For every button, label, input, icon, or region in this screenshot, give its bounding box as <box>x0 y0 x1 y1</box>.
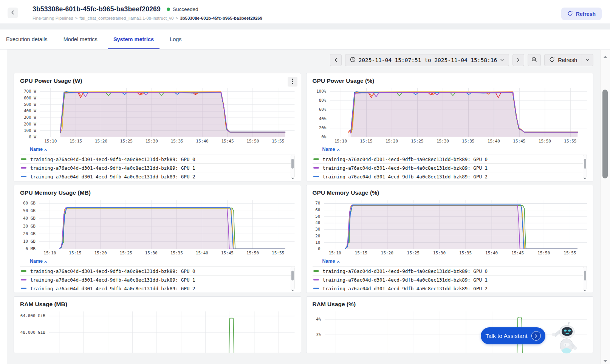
scroll-down-icon[interactable] <box>603 358 608 361</box>
legend-scrollbar[interactable] <box>583 155 587 178</box>
chart-card-ram-mb: RAM Usage (MB) 64.000 GiB48.000 GiB <box>14 296 301 353</box>
tab-logs[interactable]: Logs <box>164 29 187 49</box>
assistant-robot-mascot[interactable]: ai <box>551 322 581 360</box>
chart-title: GPU Memory Usage (%) <box>313 189 587 196</box>
time-range-picker[interactable]: 2025-11-04 15:07:51 to 2025-11-04 15:58:… <box>345 54 509 66</box>
plot-area[interactable] <box>324 200 587 249</box>
scroll-down-icon[interactable] <box>291 175 294 177</box>
scroll-up-icon[interactable] <box>291 156 294 158</box>
legend-scrollbar[interactable] <box>583 266 587 290</box>
assistant-label: Talk to Assistant <box>485 333 527 339</box>
plot-area[interactable] <box>330 88 587 137</box>
plot-area[interactable] <box>49 311 295 353</box>
x-tick-label: 15:10 <box>44 139 57 144</box>
time-next-button[interactable] <box>512 54 524 66</box>
y-tick-label: 4% <box>316 317 321 322</box>
scroll-down-icon[interactable] <box>584 175 586 177</box>
legend-row[interactable]: training-a76ac04d-d301-4ecd-9dfb-4a0c8ec… <box>20 164 295 172</box>
legend-row[interactable]: training-a76ac04d-d301-4ecd-9dfb-4a0c8ec… <box>313 284 587 291</box>
legend-row[interactable]: training-a76ac04d-d301-4ecd-9dfb-4a0c8ec… <box>20 284 295 291</box>
x-tick-label: 15:30 <box>145 251 158 256</box>
y-tick-label: 200 W <box>24 122 36 127</box>
zoom-out-button[interactable] <box>528 54 541 66</box>
breadcrumb-item[interactable]: Fine-tuning Pipelines <box>33 16 73 20</box>
x-tick-label: 15:50 <box>246 251 259 256</box>
legend-row[interactable]: training-a76ac04d-d301-4ecd-9dfb-4a0c8ec… <box>313 172 587 179</box>
legend-row[interactable]: training-a76ac04d-d301-4ecd-9dfb-4a0c8ec… <box>20 172 295 179</box>
refresh-button[interactable]: Refresh <box>544 54 582 66</box>
scroll-up-icon[interactable] <box>584 156 586 158</box>
plot-area[interactable] <box>325 311 587 353</box>
legend-row[interactable]: training-a76ac04d-d301-4ecd-9dfb-4a0c8ec… <box>313 276 587 284</box>
scrollbar-thumb[interactable] <box>584 159 586 169</box>
page-title: 3b53308e-601b-45fc-b965-ba3beef20269 <box>33 5 161 13</box>
scroll-down-icon[interactable] <box>291 287 294 289</box>
back-button[interactable] <box>8 8 18 18</box>
x-axis: 15:1015:1515:2015:2515:3015:3515:4015:45… <box>39 249 295 256</box>
tab-system-metrics[interactable]: System metrics <box>108 29 159 49</box>
legend-row[interactable]: training-a76ac04d-d301-4ecd-9dfb-4a0c8ec… <box>313 164 587 172</box>
refresh-interval-dropdown[interactable] <box>582 54 593 66</box>
chevron-down-icon <box>500 57 504 63</box>
scroll-down-icon[interactable] <box>584 287 586 289</box>
x-tick-label: 15:10 <box>334 139 347 144</box>
plot-area[interactable] <box>39 200 295 249</box>
x-tick-label: 15:35 <box>170 251 183 256</box>
y-tick-label: 100% <box>316 89 327 94</box>
legend-scrollbar[interactable] <box>291 155 295 178</box>
time-prev-button[interactable] <box>330 54 342 66</box>
y-tick-label: 10 <box>315 240 320 245</box>
series-color-marker <box>313 270 319 272</box>
scrollbar-thumb[interactable] <box>602 90 608 178</box>
page-scrollbar[interactable] <box>600 50 610 364</box>
y-tick-label: 400 W <box>24 108 36 113</box>
x-tick-label: 15:45 <box>511 251 524 256</box>
scroll-up-icon[interactable] <box>584 268 586 270</box>
legend-row[interactable]: training-a76ac04d-d301-4ecd-9dfb-4a0c8ec… <box>20 276 295 284</box>
x-tick-label: 15:45 <box>513 139 525 144</box>
svg-text:ai: ai <box>565 344 566 346</box>
legend-series-label: training-a76ac04d-d301-4ecd-9dfb-4a0c8ec… <box>323 277 488 283</box>
page-refresh-button[interactable]: Refresh <box>561 8 602 20</box>
legend-row[interactable]: training-a76ac04d-d301-4ecd-9dfb-4a0c8ec… <box>20 267 295 276</box>
scroll-up-icon[interactable] <box>291 268 294 270</box>
clock-icon <box>350 57 356 64</box>
tab-model-metrics[interactable]: Model metrics <box>58 29 103 49</box>
chevron-left-icon <box>11 10 15 16</box>
legend-row[interactable]: training-a76ac04d-d301-4ecd-9dfb-4a0c8ec… <box>20 155 295 164</box>
series-color-marker <box>313 288 319 290</box>
breadcrumb-item[interactable]: ftel_chat_contpretrained_llama3.1-8b-ins… <box>79 16 173 20</box>
gpu-power-pct-chart: 100%80%60%40%20%0%15:1015:1515:2015:2515… <box>313 88 587 144</box>
legend-series-label: training-a76ac04d-d301-4ecd-9dfb-4a0c8ec… <box>30 268 195 274</box>
tab-execution-details[interactable]: Execution details <box>0 29 53 49</box>
legend-sort-name[interactable]: Name <box>322 147 335 152</box>
time-range-text: 2025-11-04 15:07:51 to 2025-11-04 15:58:… <box>359 57 497 63</box>
y-tick-label: 3% <box>316 332 321 337</box>
x-tick-label: 15:20 <box>95 139 107 144</box>
legend-sort-name[interactable]: Name <box>30 259 43 264</box>
legend-row[interactable]: training-a76ac04d-d301-4ecd-9dfb-4a0c8ec… <box>313 155 587 164</box>
talk-to-assistant-button[interactable]: Talk to Assistant <box>481 327 545 344</box>
panel-menu-button[interactable] <box>288 77 297 87</box>
y-tick-label: 60 <box>315 208 320 212</box>
scrollbar-thumb[interactable] <box>584 271 586 280</box>
y-tick-label: 700 W <box>24 89 36 94</box>
x-tick-label: 15:50 <box>246 139 259 144</box>
legend-scrollbar[interactable] <box>291 266 295 290</box>
y-tick-label: 70 <box>315 201 320 206</box>
scroll-up-icon[interactable] <box>603 53 608 57</box>
plot-area[interactable] <box>40 88 295 137</box>
scrollbar-thumb[interactable] <box>291 271 294 280</box>
legend-row[interactable]: training-a76ac04d-d301-4ecd-9dfb-4a0c8ec… <box>313 267 587 276</box>
x-tick-label: 15:20 <box>94 251 107 256</box>
x-tick-label: 15:55 <box>564 251 576 256</box>
x-tick-label: 15:15 <box>70 139 82 144</box>
y-tick-label: 48.000 GiB <box>20 330 45 335</box>
x-tick-label: 15:20 <box>386 139 398 144</box>
series-color-marker <box>21 279 26 281</box>
x-tick-label: 15:45 <box>221 251 234 256</box>
legend-sort-name[interactable]: Name <box>322 259 335 264</box>
legend-sort-name[interactable]: Name <box>30 147 43 152</box>
scrollbar-thumb[interactable] <box>291 159 294 169</box>
x-axis: 15:1015:1515:2015:2515:3015:3515:4015:45… <box>40 137 295 144</box>
